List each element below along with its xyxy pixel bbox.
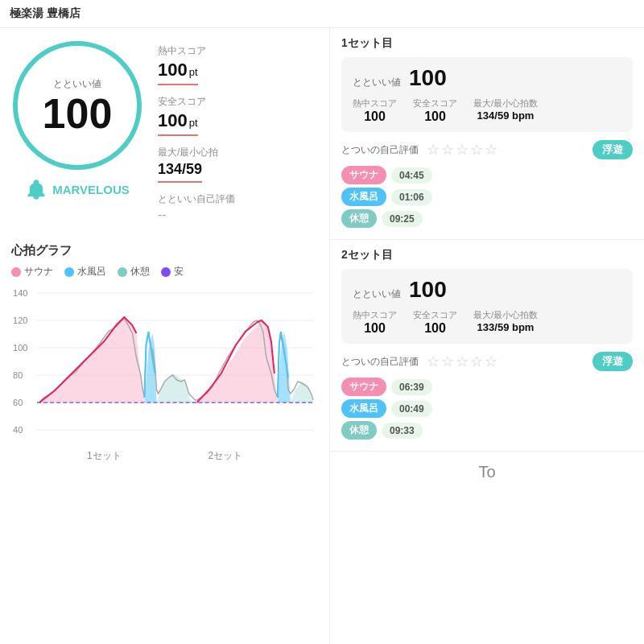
graph-title: 心拍グラフ bbox=[11, 243, 318, 258]
page-title: 極楽湯 豊橋店 bbox=[10, 6, 80, 19]
set-2-sub-value-2: 133/59 bpm bbox=[477, 321, 535, 333]
set-2-sub-2: 最大/最小心拍数 133/59 bpm bbox=[473, 309, 538, 336]
jibun-section: とといい自己評価 -- bbox=[158, 192, 316, 222]
set-2-sub-scores: 熱中スコア 100 安全スコア 100 最大/最小心拍数 133/59 bpm bbox=[353, 309, 621, 336]
legend-label-kyukei: 休憩 bbox=[130, 265, 150, 279]
set2-star-1[interactable]: ☆ bbox=[427, 353, 440, 370]
marvelous-badge: MARVELOUS bbox=[25, 178, 130, 200]
to-section: To bbox=[330, 452, 644, 492]
star-5[interactable]: ☆ bbox=[485, 141, 497, 159]
star-3[interactable]: ☆ bbox=[456, 141, 469, 159]
graph-legend: サウナ 水風呂 休憩 安 bbox=[11, 265, 318, 279]
svg-text:60: 60 bbox=[13, 398, 23, 407]
to-label: To bbox=[478, 463, 495, 481]
set-2-jibun-label: とついの自己評価 bbox=[341, 355, 419, 369]
set-1-section: 1セット目 とといい値 100 熱中スコア 100 安全スコア 100 bbox=[330, 28, 644, 240]
set-2-kyukei-time: 09:33 bbox=[382, 423, 423, 439]
set-2-totono-label: とといい値 bbox=[353, 287, 401, 301]
set-1-stars[interactable]: ☆ ☆ ☆ ☆ ☆ bbox=[427, 141, 497, 159]
set-1-sub-2: 最大/最小心拍数 134/59 bpm bbox=[473, 97, 538, 124]
set-2-activity-2: 休憩 09:33 bbox=[341, 421, 633, 440]
set-1-sauna-tag: サウナ bbox=[341, 166, 386, 184]
x-label-2: 2セット bbox=[208, 449, 242, 463]
score-value-2: 134/59 bbox=[158, 161, 202, 183]
set-2-mizuburo-tag: 水風呂 bbox=[341, 399, 386, 418]
set-1-sub-0: 熱中スコア 100 bbox=[353, 97, 397, 124]
set-2-stars[interactable]: ☆ ☆ ☆ ☆ ☆ bbox=[427, 353, 497, 370]
star-2[interactable]: ☆ bbox=[441, 141, 454, 159]
set-2-sub-value-1: 100 bbox=[424, 321, 446, 336]
set-1-totono-label: とといい値 bbox=[353, 76, 401, 89]
score-item-2: 最大/最小心拍 134/59 bbox=[158, 146, 316, 183]
svg-text:80: 80 bbox=[13, 370, 23, 380]
set-1-header: 1セット目 bbox=[341, 36, 633, 51]
x-label-1: 1セット bbox=[87, 449, 122, 463]
set2-star-3[interactable]: ☆ bbox=[456, 353, 469, 370]
jibun-label: とといい自己評価 bbox=[158, 192, 316, 206]
set-2-sub-1: 安全スコア 100 bbox=[413, 309, 457, 336]
set-1-fuyu-tag: 浮遊 bbox=[592, 140, 633, 159]
score-label-2: 最大/最小心拍 bbox=[158, 146, 316, 159]
set-1-sub-label-2: 最大/最小心拍数 bbox=[473, 97, 538, 109]
set-1-sub-label-1: 安全スコア bbox=[413, 97, 457, 109]
set-1-activity-1: 水風呂 01:06 bbox=[341, 188, 633, 206]
score-item-0: 熱中スコア 100pt bbox=[158, 44, 316, 85]
set-1-sub-value-1: 100 bbox=[424, 109, 446, 124]
score-value-1: 100pt bbox=[158, 110, 198, 136]
circle-label: とといい値 bbox=[53, 77, 101, 91]
legend-dot-kyukei bbox=[118, 267, 127, 277]
set-2-activity-0: サウナ 06:39 bbox=[341, 378, 633, 396]
set-2-sub-0: 熱中スコア 100 bbox=[353, 309, 397, 336]
legend-dot-sauna bbox=[11, 267, 21, 277]
set-1-jibun-label: とついの自己評価 bbox=[341, 143, 419, 157]
legend-sauna: サウナ bbox=[11, 265, 53, 279]
star-1[interactable]: ☆ bbox=[427, 141, 440, 159]
badge-text: MARVELOUS bbox=[52, 183, 130, 196]
left-panel: とといい値 100 MARVELOUS 熱中スコア bbox=[0, 28, 330, 644]
circle-container: とといい値 100 MARVELOUS bbox=[13, 41, 142, 200]
set-1-mizuburo-tag: 水風呂 bbox=[341, 188, 386, 206]
set-1-sub-label-0: 熱中スコア bbox=[353, 97, 397, 109]
set-2-activity-1: 水風呂 00:49 bbox=[341, 399, 633, 418]
legend-an: 安 bbox=[161, 265, 184, 279]
set-2-totono-row: とといい値 100 bbox=[353, 277, 621, 303]
set-2-score-card: とといい値 100 熱中スコア 100 安全スコア 100 最 bbox=[341, 269, 633, 344]
jibun-dash: -- bbox=[158, 208, 316, 222]
set2-star-5[interactable]: ☆ bbox=[485, 353, 497, 370]
scores-list: 熱中スコア 100pt 安全スコア 100pt 最大/最小心拍 bbox=[158, 41, 316, 222]
score-label-1: 安全スコア bbox=[158, 95, 316, 109]
set-2-section: 2セット目 とといい値 100 熱中スコア 100 安全スコア 100 bbox=[330, 240, 644, 452]
main-content: とといい値 100 MARVELOUS 熱中スコア bbox=[0, 28, 644, 644]
legend-dot-an bbox=[161, 267, 171, 277]
set-1-jibun-row: とついの自己評価 ☆ ☆ ☆ ☆ ☆ 浮遊 bbox=[341, 140, 633, 159]
set-1-kyukei-time: 09:25 bbox=[382, 211, 423, 227]
legend-kyukei: 休憩 bbox=[118, 265, 150, 279]
bell-icon bbox=[25, 178, 47, 200]
totono-circle: とといい値 100 bbox=[13, 41, 142, 170]
set-1-sauna-time: 04:45 bbox=[391, 167, 432, 184]
graph-x-labels: 1セット 2セット bbox=[11, 446, 318, 463]
set-1-totono-value: 100 bbox=[409, 65, 447, 91]
set2-star-2[interactable]: ☆ bbox=[441, 353, 454, 370]
graph-section: 心拍グラフ サウナ 水風呂 休憩 bbox=[0, 235, 329, 644]
set-1-mizuburo-time: 01:06 bbox=[391, 189, 432, 205]
star-4[interactable]: ☆ bbox=[470, 141, 483, 159]
set-2-sub-label-2: 最大/最小心拍数 bbox=[473, 309, 538, 321]
right-panel[interactable]: 1セット目 とといい値 100 熱中スコア 100 安全スコア 100 bbox=[330, 28, 644, 644]
set-2-sub-value-0: 100 bbox=[364, 321, 386, 336]
page: 極楽湯 豊橋店 とといい値 100 MARVELOUS bbox=[0, 0, 644, 644]
legend-label-mizuburo: 水風呂 bbox=[77, 265, 106, 279]
set-1-sub-scores: 熱中スコア 100 安全スコア 100 最大/最小心拍数 134/59 bpm bbox=[353, 97, 621, 124]
set-2-totono-value: 100 bbox=[409, 277, 447, 303]
graph-area: 140 120 100 80 60 40 bbox=[11, 285, 318, 446]
set-2-kyukei-tag: 休憩 bbox=[341, 421, 377, 440]
set2-star-4[interactable]: ☆ bbox=[470, 353, 483, 370]
set-2-sauna-time: 06:39 bbox=[391, 379, 432, 395]
set-2-fuyu-tag: 浮遊 bbox=[592, 352, 633, 371]
set-1-sub-value-0: 100 bbox=[364, 109, 386, 124]
set-1-score-card: とといい値 100 熱中スコア 100 安全スコア 100 最 bbox=[341, 57, 633, 132]
legend-mizuburo: 水風呂 bbox=[64, 265, 106, 279]
svg-text:120: 120 bbox=[13, 316, 27, 325]
circle-value: 100 bbox=[43, 93, 113, 134]
set-1-sub-value-2: 134/59 bpm bbox=[477, 109, 535, 122]
